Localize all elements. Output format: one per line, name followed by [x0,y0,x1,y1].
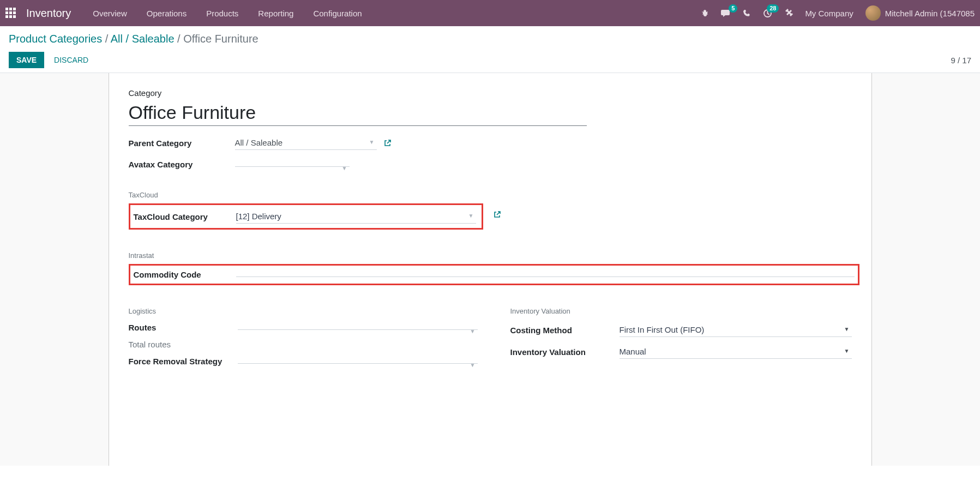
systray: 5 28 My Company Mitchell Admin (1547085 [700,5,975,21]
phone-icon[interactable] [743,9,751,17]
avatax-category-field[interactable]: ▼ [235,162,350,167]
save-button[interactable]: SAVE [9,52,44,68]
discard-button[interactable]: DISCARD [54,56,88,64]
avatar [865,5,881,21]
bug-icon[interactable] [700,9,709,17]
taxcloud-category-label: TaxCloud Category [134,212,236,221]
taxcloud-section-title: TaxCloud [129,191,852,199]
topbar: Inventory Overview Operations Products R… [0,0,980,26]
intrastat-section-title: Intrastat [129,251,852,260]
nav-operations[interactable]: Operations [147,9,187,18]
category-label: Category [129,88,852,98]
chevron-down-icon: ▼ [844,348,850,354]
costing-method-label: Costing Method [510,326,620,335]
inventory-valuation-label: Inventory Valuation [510,347,620,357]
main-nav: Overview Operations Products Reporting C… [93,9,362,18]
tools-icon[interactable] [784,9,793,17]
nav-products[interactable]: Products [206,9,238,18]
logistics-section-title: Logistics [129,307,478,315]
breadcrumb-path[interactable]: All / Saleable [111,33,175,45]
nav-overview[interactable]: Overview [93,9,127,18]
external-link-icon[interactable] [383,139,392,147]
chevron-down-icon: ▼ [844,326,850,332]
category-name-input[interactable] [129,101,587,126]
form-sheet: Category Parent Category All / Saleable … [109,73,872,466]
taxcloud-category-field[interactable]: [12] Delivery ▼ [236,209,476,224]
parent-category-label: Parent Category [129,139,235,148]
commodity-code-label: Commodity Code [134,270,236,279]
pager[interactable]: 9 / 17 [951,56,971,65]
external-link-icon[interactable] [493,211,501,219]
app-name[interactable]: Inventory [26,7,71,20]
chevron-down-icon: ▼ [470,362,476,368]
user-menu[interactable]: Mitchell Admin (1547085 [865,5,975,21]
taxcloud-row-highlight: TaxCloud Category [12] Delivery ▼ [129,203,483,230]
company-switcher[interactable]: My Company [805,9,853,18]
commodity-row-highlight: Commodity Code [129,264,859,285]
chevron-down-icon: ▼ [470,328,476,334]
parent-category-field[interactable]: All / Saleable ▼ [235,136,377,150]
breadcrumb: Product Categories / All / Saleable / Of… [9,33,971,45]
activities-icon[interactable]: 28 [763,9,772,18]
nav-configuration[interactable]: Configuration [313,9,362,18]
avatax-category-label: Avatax Category [129,160,235,169]
inventory-valuation-section-title: Inventory Valuation [510,307,852,315]
activities-badge: 28 [767,4,779,13]
chevron-down-icon: ▼ [468,213,474,219]
control-panel: Product Categories / All / Saleable / Of… [0,26,980,73]
chevron-down-icon: ▼ [342,165,347,171]
routes-label: Routes [129,323,238,332]
breadcrumb-current: Office Furniture [183,33,258,45]
force-removal-field[interactable]: ▼ [238,359,478,364]
breadcrumb-root[interactable]: Product Categories [9,33,102,45]
costing-method-select[interactable]: First In First Out (FIFO) ▼ [620,323,852,337]
user-name: Mitchell Admin (1547085 [885,9,975,18]
routes-field[interactable]: ▼ [238,325,478,330]
chevron-down-icon: ▼ [369,139,375,145]
messages-badge: 5 [729,4,737,13]
messages-icon[interactable]: 5 [721,9,731,17]
force-removal-label: Force Removal Strategy [129,357,238,366]
apps-icon[interactable] [5,8,16,19]
nav-reporting[interactable]: Reporting [258,9,293,18]
commodity-code-field[interactable] [236,272,855,277]
total-routes-label: Total routes [129,340,238,349]
inventory-valuation-select[interactable]: Manual ▼ [620,345,852,359]
